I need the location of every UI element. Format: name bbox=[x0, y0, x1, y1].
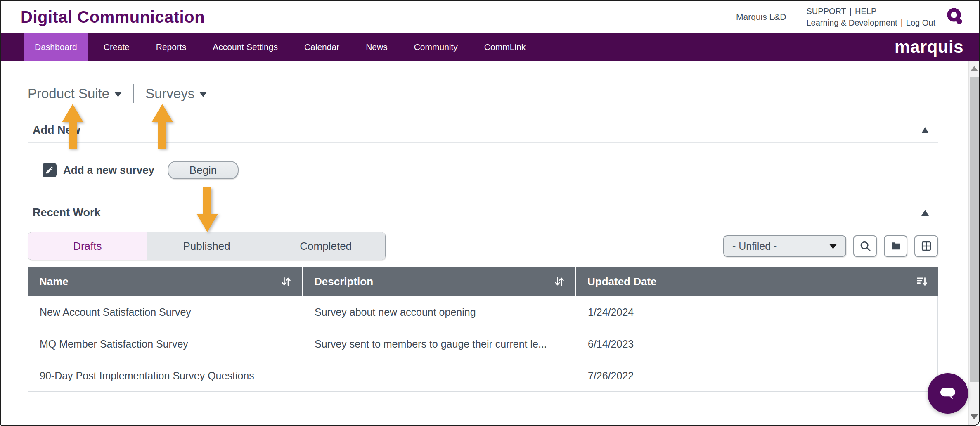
cell-updated-date: 7/26/2022 bbox=[576, 360, 937, 391]
link-separator: | bbox=[850, 7, 852, 16]
surveys-dropdown[interactable]: Surveys bbox=[145, 86, 207, 102]
nav-item-create[interactable]: Create bbox=[93, 33, 140, 61]
nav-item-dashboard[interactable]: Dashboard bbox=[24, 33, 88, 61]
cell-description: Survey about new account opening bbox=[303, 296, 576, 328]
table-header-row: Name Description bbox=[28, 267, 938, 296]
cell-description bbox=[303, 360, 576, 391]
column-header-name[interactable]: Name bbox=[28, 267, 303, 296]
link-separator: | bbox=[901, 18, 903, 27]
chat-bubble-icon bbox=[936, 381, 960, 405]
header-links: SUPPORT|HELP Learning & Development|Log … bbox=[806, 5, 935, 28]
pencil-icon bbox=[43, 163, 57, 177]
folder-filter-select[interactable]: - Unfiled - bbox=[723, 235, 846, 257]
column-label: Name bbox=[39, 275, 69, 288]
begin-button[interactable]: Begin bbox=[168, 161, 239, 179]
header-divider bbox=[796, 6, 796, 28]
recent-work-title: Recent Work bbox=[33, 206, 101, 219]
folder-button[interactable] bbox=[884, 235, 907, 257]
add-new-title: Add New bbox=[33, 124, 80, 137]
cell-name: MQ Member Satisfaction Survey bbox=[28, 328, 303, 360]
folder-filter-value: - Unfiled - bbox=[732, 240, 777, 252]
add-survey-row: Add a new survey Begin bbox=[43, 161, 938, 179]
recent-work-section-header: Recent Work bbox=[28, 206, 938, 219]
collapse-up-icon[interactable] bbox=[921, 210, 929, 216]
table-body: New Account Satisfaction Survey Survey a… bbox=[28, 296, 938, 392]
cell-updated-date: 1/24/2024 bbox=[576, 296, 937, 328]
marquis-logo: marquis bbox=[895, 37, 963, 57]
nav-item-reports[interactable]: Reports bbox=[145, 33, 197, 61]
chevron-down-icon bbox=[199, 92, 207, 97]
column-header-description[interactable]: Description bbox=[303, 267, 576, 296]
page-title: Digital Communication bbox=[21, 8, 205, 26]
chevron-down-icon bbox=[829, 244, 837, 249]
tab-published[interactable]: Published bbox=[147, 232, 266, 260]
surveys-table: Name Description bbox=[28, 267, 938, 392]
column-label: Description bbox=[314, 275, 373, 288]
column-label: Updated Date bbox=[587, 275, 657, 288]
user-area-link[interactable]: Learning & Development bbox=[806, 18, 897, 27]
table-row[interactable]: MQ Member Satisfaction Survey Survey sen… bbox=[28, 328, 937, 360]
table-row[interactable]: New Account Satisfaction Survey Survey a… bbox=[28, 296, 937, 328]
support-link[interactable]: SUPPORT bbox=[806, 7, 846, 16]
nav-item-news[interactable]: News bbox=[355, 33, 398, 61]
scroll-down-arrow[interactable] bbox=[971, 414, 978, 419]
breadcrumb-divider bbox=[133, 84, 134, 103]
cell-description: Survey sent to members to gauge their cu… bbox=[303, 328, 576, 360]
add-survey-label: Add a new survey bbox=[63, 164, 154, 177]
tab-completed[interactable]: Completed bbox=[266, 232, 385, 260]
cell-name: 90-Day Post Implementation Survey Questi… bbox=[28, 360, 303, 391]
table-row[interactable]: 90-Day Post Implementation Survey Questi… bbox=[28, 360, 937, 392]
scrollbar-thumb[interactable] bbox=[970, 77, 979, 382]
logout-link[interactable]: Log Out bbox=[906, 18, 935, 27]
vertical-scrollbar bbox=[968, 61, 979, 425]
recent-work-controls: Drafts Published Completed - Unfiled - bbox=[28, 232, 938, 260]
sort-updown-icon[interactable] bbox=[554, 276, 565, 287]
cell-updated-date: 6/14/2023 bbox=[576, 328, 937, 360]
section-divider bbox=[28, 142, 938, 143]
help-link[interactable]: HELP bbox=[855, 7, 876, 16]
chevron-down-icon bbox=[114, 92, 122, 97]
grid-view-button[interactable] bbox=[914, 235, 938, 257]
nav-item-community[interactable]: Community bbox=[403, 33, 469, 61]
product-suite-dropdown[interactable]: Product Suite bbox=[28, 86, 122, 102]
nav-item-commlink[interactable]: CommLink bbox=[473, 33, 536, 61]
add-new-section-header: Add New bbox=[28, 124, 938, 137]
search-surveys-button[interactable] bbox=[853, 235, 877, 257]
section-divider bbox=[28, 225, 938, 225]
tab-drafts[interactable]: Drafts bbox=[28, 232, 147, 260]
status-tabs: Drafts Published Completed bbox=[28, 232, 386, 260]
cell-name: New Account Satisfaction Survey bbox=[28, 296, 303, 328]
sort-descending-icon[interactable] bbox=[916, 275, 928, 288]
column-header-updated-date[interactable]: Updated Date bbox=[576, 267, 938, 296]
global-search-icon[interactable] bbox=[945, 7, 965, 27]
breadcrumb: Product Suite Surveys bbox=[28, 84, 938, 103]
nav-item-calendar[interactable]: Calendar bbox=[294, 33, 350, 61]
nav-item-account-settings[interactable]: Account Settings bbox=[202, 33, 289, 61]
sort-updown-icon[interactable] bbox=[280, 276, 292, 287]
product-suite-label: Product Suite bbox=[28, 86, 109, 102]
top-header: Digital Communication Marquis L&D SUPPOR… bbox=[1, 1, 979, 33]
account-name: Marquis L&D bbox=[736, 12, 786, 22]
scroll-up-arrow[interactable] bbox=[971, 66, 978, 71]
main-content: Product Suite Surveys Add New Add a new … bbox=[1, 84, 979, 392]
chat-widget-button[interactable] bbox=[928, 373, 968, 414]
main-nav: Dashboard Create Reports Account Setting… bbox=[1, 33, 979, 61]
app-window: Digital Communication Marquis L&D SUPPOR… bbox=[0, 0, 980, 426]
collapse-up-icon[interactable] bbox=[921, 127, 929, 133]
surveys-label: Surveys bbox=[145, 86, 194, 102]
